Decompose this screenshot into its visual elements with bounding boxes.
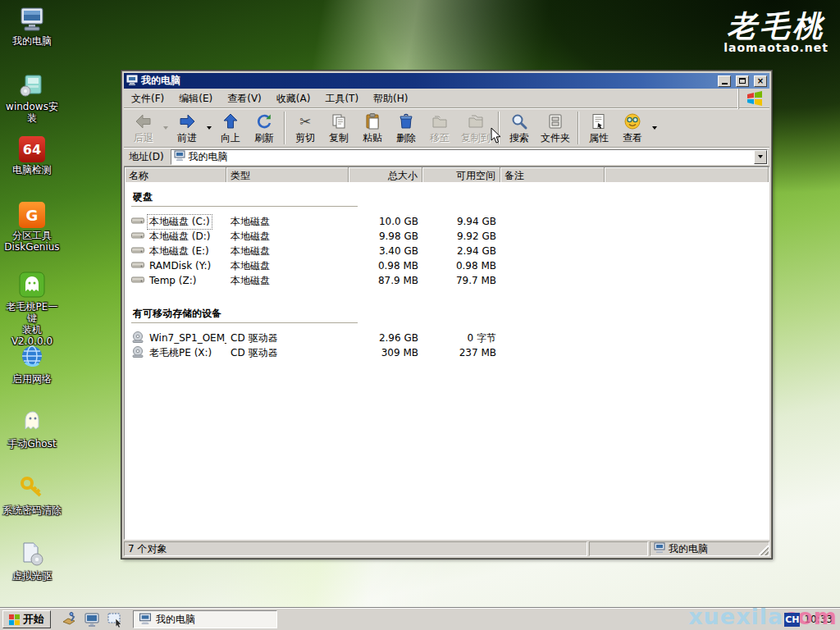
column-filler (605, 167, 769, 182)
copy-button[interactable]: 复制 (322, 111, 355, 146)
desktop-icon-label: 虚拟光驱 (2, 570, 62, 582)
column-free-space[interactable]: 可用空间 (422, 167, 500, 182)
column-comments[interactable]: 备注 (500, 167, 605, 182)
maximize-button[interactable] (736, 75, 749, 87)
hdd-icon (131, 260, 144, 272)
column-headers: 名称 类型 总大小 可用空间 备注 (125, 167, 769, 182)
window-titlebar[interactable]: 我的电脑 × (124, 73, 769, 89)
search-button[interactable]: 搜索 (503, 111, 536, 146)
delete-button[interactable]: 删除 (390, 111, 422, 146)
cut-icon: ✂ (299, 112, 311, 130)
back-button[interactable]: 后退 (127, 111, 160, 146)
group-hard-disks: 硬盘 (131, 188, 358, 207)
pc-check-64-icon: 64 (18, 136, 46, 164)
folders-button[interactable]: 文件夹 (536, 111, 574, 146)
desktop-icon-laomaotao-pe[interactable]: 老毛桃PE一键 装机 V2.0.0.0 (2, 271, 62, 347)
desktop-icon-diskgenius[interactable]: G 分区工具 DiskGenius (2, 202, 62, 253)
drive-row-z[interactable]: Temp (Z:) 本地磁盘 87.9 MB 79.7 MB (131, 273, 769, 288)
menu-view[interactable]: 查看(V) (220, 89, 269, 108)
chevron-down-icon (163, 126, 168, 130)
laomaotao-pe-icon (18, 271, 46, 299)
views-dropdown[interactable] (650, 111, 659, 146)
column-name[interactable]: 名称 (125, 167, 226, 182)
move-to-button[interactable]: 移至 (423, 111, 456, 146)
toolbar-separator (498, 112, 500, 144)
move-to-folder-icon (431, 112, 449, 130)
clock[interactable]: 10:33 (802, 614, 834, 625)
menu-tools[interactable]: 工具(T) (317, 89, 366, 108)
display-icon[interactable] (84, 611, 100, 628)
language-indicator[interactable]: CH (784, 613, 800, 627)
cd-drive-icon (131, 346, 144, 360)
desktop-icon-virtual-cd[interactable]: 虚拟光驱 (2, 540, 62, 582)
window-computer-icon (126, 75, 138, 88)
desktop-cleanup-icon[interactable] (61, 611, 77, 628)
quick-launch (54, 611, 130, 628)
desktop-icon-label: 分区工具 (2, 230, 62, 241)
views-button[interactable]: 查看 (616, 111, 649, 146)
desktop-icon-enable-network[interactable]: 启用网络 (2, 343, 62, 385)
copy-to-button[interactable]: 复制到 (457, 111, 495, 146)
logo-title: 老毛桃 (724, 10, 829, 41)
start-button[interactable]: 开始 (2, 610, 51, 628)
properties-icon (590, 112, 608, 130)
desktop-icon-windows-install[interactable]: windows安装 (2, 71, 62, 124)
laomaotao-logo: 老毛桃 laomaotao.net (724, 10, 829, 54)
window-title: 我的电脑 (141, 74, 713, 88)
diskgenius-icon: G (18, 202, 46, 230)
drive-row-c[interactable]: 本地磁盘 (C:) 本地磁盘 10.0 GB 9.94 GB (131, 214, 769, 229)
properties-button[interactable]: 属性 (582, 111, 615, 146)
minimize-button[interactable] (718, 75, 731, 87)
address-computer-icon (174, 150, 185, 163)
menu-favorites[interactable]: 收藏(A) (269, 89, 318, 108)
status-middle-panel (589, 541, 648, 556)
desktop-icon-label2: DiskGenius (2, 241, 62, 253)
cd-row-win7[interactable]: Win7_SP1_OEM_N... CD 驱动器 2.96 GB 0 字节 (131, 331, 769, 345)
menu-help[interactable]: 帮助(H) (366, 89, 415, 108)
refresh-icon (255, 112, 273, 130)
forward-button[interactable]: 前进 (171, 111, 203, 146)
close-button[interactable]: × (754, 75, 767, 87)
cut-button[interactable]: ✂ 剪切 (289, 111, 322, 146)
chevron-down-icon (207, 126, 212, 130)
my-computer-window: 我的电脑 × 文件(F) 编辑(E) 查看(V) 收藏(A) 工具(T) 帮助(… (121, 71, 772, 559)
column-total-size[interactable]: 总大小 (349, 167, 422, 182)
paste-button[interactable]: 粘贴 (356, 111, 389, 146)
column-type[interactable]: 类型 (226, 167, 349, 182)
toolbar-separator (578, 112, 579, 144)
start-label: 开始 (23, 612, 44, 627)
toolbar: 后退 前进 向上 刷新 ✂ 剪切 复制 粘贴 删除 (124, 109, 769, 148)
back-dropdown[interactable] (161, 111, 170, 146)
forward-dropdown[interactable] (204, 111, 213, 146)
menu-edit[interactable]: 编辑(E) (171, 89, 220, 108)
paste-icon (363, 112, 381, 130)
key-icon (18, 474, 46, 502)
refresh-button[interactable]: 刷新 (248, 111, 281, 146)
back-icon (135, 112, 153, 130)
up-button[interactable]: 向上 (214, 111, 247, 146)
desktop-icon-label: 启用网络 (2, 373, 62, 385)
network-globe-icon (18, 343, 46, 371)
folders-icon (546, 112, 564, 130)
drive-row-y[interactable]: RAMDisk (Y:) 本地磁盘 0.98 MB 0.98 MB (131, 258, 769, 273)
address-dropdown-button[interactable] (754, 150, 767, 164)
start-windows-icon (9, 614, 20, 625)
resize-grip[interactable] (759, 546, 769, 555)
desktop-icon-pc-check[interactable]: 64 电脑检测 (2, 136, 62, 176)
cd-row-laomaotao-pe[interactable]: 老毛桃PE (X:) CD 驱动器 309 MB 237 MB (131, 345, 769, 360)
menu-file[interactable]: 文件(F) (124, 89, 171, 108)
my-computer-icon (18, 5, 46, 33)
drive-row-d[interactable]: 本地磁盘 (D:) 本地磁盘 9.98 GB 9.92 GB (131, 229, 769, 244)
drive-row-e[interactable]: 本地磁盘 (E:) 本地磁盘 3.40 GB 2.94 GB (131, 244, 769, 258)
desktop-icon-label: windows安装 (2, 101, 62, 124)
desktop-icon-manual-ghost[interactable]: 手动Ghost (2, 408, 62, 450)
desktop-icon-label: 手动Ghost (2, 438, 62, 450)
hdd-icon (131, 216, 144, 228)
forward-icon (178, 112, 196, 130)
desktop-icon-password-clear[interactable]: 系统密码清除 (2, 474, 62, 516)
address-combobox[interactable]: 我的电脑 (171, 149, 768, 165)
show-desktop-icon[interactable] (107, 611, 123, 628)
taskbar: 开始 我的电脑 CH 10:33 (0, 608, 840, 630)
taskbar-task-my-computer[interactable]: 我的电脑 (133, 610, 277, 628)
desktop-icon-my-computer[interactable]: 我的电脑 (2, 5, 62, 47)
